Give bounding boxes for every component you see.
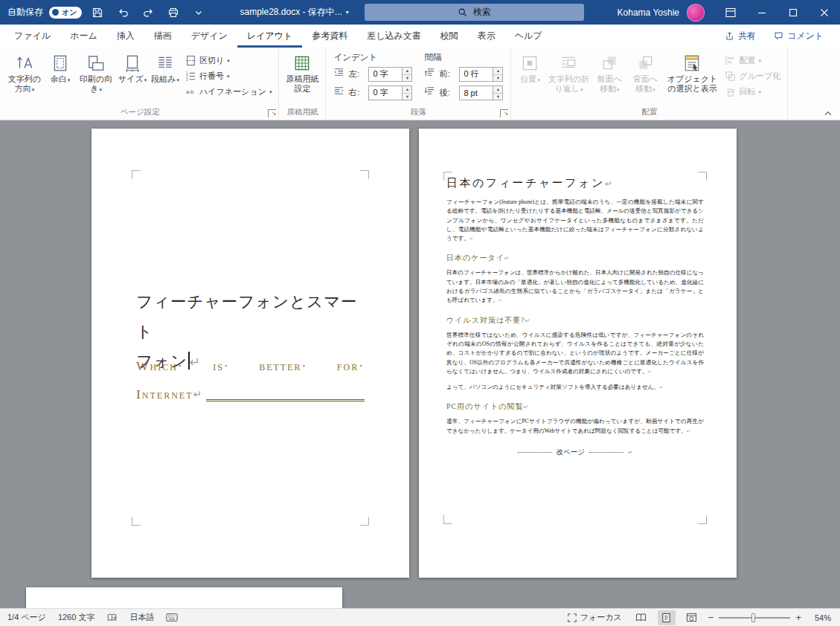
spinner-down-icon[interactable]: ▼ [493, 75, 502, 82]
breaks-button[interactable]: 区切り ▾ [182, 54, 275, 68]
text-direction-button[interactable]: 文字列の方向▾ [4, 51, 45, 106]
autosave-toggle-knob [52, 9, 59, 16]
line-numbers-button[interactable]: 123 行番号 ▾ [182, 69, 275, 83]
spinner-down-icon[interactable]: ▼ [403, 94, 411, 100]
orientation-button[interactable]: 印刷の向き▾ [76, 51, 116, 106]
spinner-up-icon[interactable]: ▲ [493, 68, 502, 75]
focus-button[interactable]: フォーカス [567, 612, 622, 623]
spacing-before-value: 0 行 [464, 68, 478, 80]
spacing-after-input[interactable]: 8 pt [459, 85, 493, 100]
chevron-down-icon: ▾ [144, 77, 147, 83]
size-icon [123, 52, 142, 74]
zoom-slider-thumb[interactable] [751, 613, 755, 622]
undo-button[interactable] [113, 3, 132, 22]
rotate-button[interactable]: 回転 ▾ [721, 85, 784, 99]
tab-view[interactable]: 表示 [468, 25, 505, 48]
spinner-down-icon[interactable]: ▼ [493, 94, 502, 100]
comments-button[interactable]: コメント [766, 27, 831, 45]
spinner-up-icon[interactable]: ▲ [493, 86, 502, 94]
language-indicator[interactable]: 日本語 [129, 612, 154, 623]
spinner-up-icon[interactable]: ▲ [403, 68, 411, 75]
page-indicator[interactable]: 1/4 ページ [7, 612, 46, 623]
zoom-out-button[interactable]: − [708, 612, 714, 623]
tab-review[interactable]: 校閲 [431, 25, 468, 48]
save-icon [92, 7, 103, 19]
document-page-3-partial[interactable] [26, 587, 342, 608]
orientation-label: 印刷の向き [80, 74, 112, 93]
spacing-before-input[interactable]: 0 行 [459, 67, 493, 82]
share-button[interactable]: 共有 [717, 27, 763, 45]
ime-status[interactable] [166, 613, 178, 622]
save-button[interactable] [88, 3, 107, 22]
autosave-toggle[interactable]: オン [49, 7, 82, 19]
spacing-before-spinner[interactable]: ▲▼ [493, 67, 503, 82]
redo-button[interactable] [138, 3, 158, 22]
zoom-slider[interactable] [719, 617, 790, 619]
word-count[interactable]: 1260 文字 [58, 612, 95, 623]
tab-design[interactable]: デザイン [182, 25, 237, 48]
spinner-down-icon[interactable]: ▼ [403, 75, 411, 82]
indent-left-spinner[interactable]: ▲▼ [403, 67, 412, 82]
statusbar-right: フォーカス − + 54% [567, 610, 831, 625]
position-button[interactable]: 位置▾ [514, 51, 545, 106]
document-page-1[interactable]: フィーチャーフォンとスマート フォン↵ Which· is· better· f… [92, 129, 409, 578]
chevron-down-icon: ▾ [269, 89, 272, 95]
close-button[interactable] [809, 0, 840, 25]
ribbon-group-paragraph: インデント 左: 0 字 ▲▼ 右: 0 字 [326, 48, 511, 120]
group-button[interactable]: グループ化 [721, 69, 784, 83]
document-canvas[interactable]: フィーチャーフォンとスマート フォン↵ Which· is· better· f… [0, 120, 840, 608]
tab-home[interactable]: ホーム [60, 25, 107, 48]
tab-insert[interactable]: 挿入 [107, 25, 144, 48]
columns-button[interactable]: 段組み▾ [149, 51, 182, 106]
zoom-in-button[interactable]: + [795, 612, 801, 623]
keyboard-icon [166, 613, 178, 622]
paragraph-mark: ↵ [498, 297, 502, 303]
minimize-button[interactable] [746, 0, 778, 25]
avatar[interactable] [687, 4, 705, 22]
tab-file[interactable]: ファイル [4, 25, 60, 48]
tab-layout[interactable]: レイアウト [237, 25, 302, 48]
print-button[interactable] [164, 3, 183, 22]
margins-button[interactable]: 余白▾ [45, 51, 76, 106]
align-label: 配置 [739, 55, 755, 66]
indent-right-spinner[interactable]: ▲▼ [403, 85, 412, 100]
body-paragraph: 世界標準仕様ではないため、ウイルスに感染する危険性は低いですが、フィーチャーフォ… [446, 331, 704, 376]
print-layout-button[interactable] [658, 610, 676, 625]
group-icon [725, 71, 736, 82]
wrap-text-icon [559, 52, 578, 74]
align-button[interactable]: 配置 ▾ [721, 54, 784, 68]
send-backward-button[interactable]: 背面へ移動▾ [627, 51, 663, 106]
page2-content[interactable]: 日本のフィーチャーフォン↵ フィーチャーフォン(feature phone)とは… [446, 176, 704, 457]
tab-mailings[interactable]: 差し込み文書 [357, 25, 431, 48]
bring-forward-button[interactable]: 前面へ移動▾ [591, 51, 627, 106]
wrap-text-button[interactable]: 文字列の折り返し▾ [545, 51, 591, 106]
indent-right-input[interactable]: 0 字 [368, 85, 403, 100]
indent-left-input[interactable]: 0 字 [368, 67, 403, 82]
tab-draw[interactable]: 描画 [144, 25, 182, 48]
read-mode-button[interactable] [632, 610, 650, 625]
zoom-level[interactable]: 54% [809, 613, 831, 622]
hyphenation-button[interactable]: a-b ハイフネーション ▾ [182, 85, 275, 99]
selection-pane-button[interactable]: オブジェクトの選択と表示 [663, 51, 721, 106]
proofing-status[interactable] [106, 613, 118, 623]
paragraph-dialog-launcher[interactable]: ↘ [500, 109, 508, 117]
qat-overflow-chevron[interactable] [189, 3, 208, 22]
maximize-button[interactable] [778, 0, 809, 25]
document-title[interactable]: sample28.docx - 保存中... ▾ [240, 6, 348, 19]
ribbon-display-options-button[interactable] [715, 0, 746, 25]
statusbar: 1/4 ページ 1260 文字 日本語 フォーカス − [0, 608, 840, 626]
spinner-up-icon[interactable]: ▲ [403, 86, 411, 94]
web-layout-button[interactable] [683, 610, 701, 625]
genko-settings-button[interactable]: 原稿用紙設定 [282, 51, 322, 106]
size-button[interactable]: サイズ▾ [116, 51, 149, 106]
document-page-2[interactable]: 日本のフィーチャーフォン↵ フィーチャーフォン(feature phone)とは… [419, 129, 737, 578]
spacing-after-spinner[interactable]: ▲▼ [493, 85, 503, 100]
close-icon [820, 8, 829, 17]
collapse-ribbon-button[interactable] [824, 110, 833, 117]
page-setup-dialog-launcher[interactable]: ↘ [268, 109, 276, 117]
wrap-text-label: 文字列の折り返し [548, 74, 589, 93]
search-box[interactable]: 検索 [365, 4, 584, 21]
document-subtitle-text[interactable]: Which· is· better· for· Internet ↵ [136, 352, 365, 408]
tab-references[interactable]: 参考資料 [302, 25, 357, 48]
tab-help[interactable]: ヘルプ [505, 25, 552, 48]
